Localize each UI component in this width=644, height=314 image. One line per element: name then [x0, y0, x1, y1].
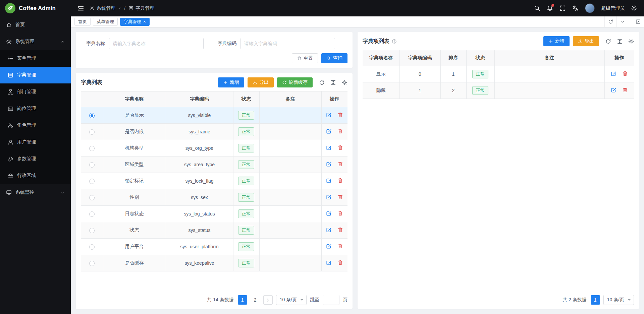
page-size-select[interactable]: 10 条/页 [276, 295, 307, 305]
fullscreen-icon[interactable] [559, 5, 566, 11]
search-icon[interactable] [534, 5, 540, 11]
reset-button[interactable]: 重置 [292, 53, 318, 63]
sidebar-item-region-mgmt[interactable]: 行政区域 [0, 167, 71, 184]
row-select-radio[interactable] [89, 146, 95, 151]
query-button[interactable]: 查询 [321, 53, 347, 63]
row-density-icon[interactable] [617, 39, 623, 44]
row-select-radio[interactable] [89, 129, 95, 135]
table-row[interactable]: 区域类型 sys_area_type 正常 [81, 156, 347, 173]
row-select-radio[interactable] [89, 113, 95, 118]
delete-icon[interactable] [337, 178, 343, 183]
sidebar-item-role-mgmt[interactable]: 角色管理 [0, 117, 71, 134]
table-row[interactable]: 是否内嵌 sys_frame 正常 [81, 124, 347, 140]
edit-icon[interactable] [326, 145, 332, 150]
table-row[interactable]: 日志状态 sys_log_status 正常 [81, 206, 347, 222]
column-settings-gear-icon[interactable] [628, 39, 634, 44]
delete-icon[interactable] [622, 87, 628, 93]
export-dict-button[interactable]: 导出 [248, 77, 274, 87]
sidebar-item-dict-mgmt[interactable]: 字典管理 [0, 67, 71, 83]
dict-code-cell: sys_sex [166, 189, 233, 206]
page-button-1[interactable]: 1 [591, 295, 600, 305]
sidebar-item-dept-mgmt[interactable]: 部门管理 [0, 83, 71, 100]
delete-icon[interactable] [337, 260, 343, 265]
column-settings-gear-icon[interactable] [342, 80, 347, 85]
row-select-radio[interactable] [89, 162, 95, 168]
edit-icon[interactable] [326, 260, 332, 265]
sidebar-item-monitor[interactable]: 系统监控 [0, 184, 71, 201]
row-select-radio[interactable] [89, 179, 95, 184]
table-row[interactable]: 是否显示 sys_visible 正常 [81, 107, 347, 124]
tab-options-chevron-icon[interactable] [616, 16, 629, 27]
export-dict-item-button[interactable]: 导出 [573, 36, 599, 46]
edit-icon[interactable] [326, 194, 332, 200]
dict-code-cell: sys_org_type [166, 140, 233, 156]
add-dict-item-button[interactable]: 新增 [543, 36, 570, 46]
sidebar-item-post-mgmt[interactable]: 岗位管理 [0, 100, 71, 117]
username[interactable]: 超级管理员 [601, 5, 625, 11]
page-button-2[interactable]: 2 [251, 295, 260, 305]
sidebar-item-param-mgmt[interactable]: 参数管理 [0, 150, 71, 167]
row-density-icon[interactable] [330, 80, 336, 85]
sidebar-item-system[interactable]: 系统管理 [0, 33, 71, 50]
delete-icon[interactable] [337, 128, 343, 134]
edit-icon[interactable] [326, 112, 332, 118]
dict-name-input[interactable] [109, 38, 204, 49]
tab-dict-mgmt[interactable]: 字典管理 × [120, 18, 150, 26]
user-avatar[interactable] [585, 3, 595, 13]
table-row[interactable]: 是否缓存 sys_keepalive 正常 [81, 255, 347, 271]
info-icon[interactable] [392, 39, 397, 44]
row-select-radio[interactable] [89, 195, 95, 200]
edit-icon[interactable] [611, 87, 616, 93]
row-select-radio[interactable] [89, 261, 95, 266]
delete-icon[interactable] [337, 243, 343, 249]
jump-page-input[interactable] [323, 295, 339, 305]
tab-home[interactable]: 首页 [74, 18, 91, 26]
table-row[interactable]: 锁定标记 sys_lock_flag 正常 [81, 173, 347, 189]
reload-table-icon[interactable] [605, 39, 611, 44]
refresh-cache-button[interactable]: 刷新缓存 [277, 77, 313, 87]
delete-icon[interactable] [337, 145, 343, 150]
edit-icon[interactable] [326, 178, 332, 183]
next-page-button[interactable] [263, 295, 273, 305]
refresh-tab-icon[interactable] [604, 16, 616, 27]
table-row[interactable]: 用户平台 sys_user_platform 正常 [81, 239, 347, 255]
table-row[interactable]: 显示 0 1 正常 [363, 66, 634, 82]
edit-icon[interactable] [326, 243, 332, 249]
sidebar-item-menu-mgmt[interactable]: 菜单管理 [0, 50, 71, 67]
delete-icon[interactable] [337, 227, 343, 233]
tab-menu-mgmt[interactable]: 菜单管理 [93, 18, 118, 26]
table-row[interactable]: 隐藏 1 2 正常 [363, 82, 634, 99]
table-row[interactable]: 状态 sys_status 正常 [81, 222, 347, 239]
breadcrumb-parent[interactable]: 系统管理 [90, 5, 121, 11]
col-item-code: 字典项编码 [399, 50, 440, 66]
edit-icon[interactable] [611, 71, 616, 76]
table-row[interactable]: 性别 sys_sex 正常 [81, 189, 347, 206]
notifications-bell-icon[interactable] [547, 5, 553, 11]
close-tab-icon[interactable]: × [143, 19, 146, 24]
row-select-radio[interactable] [89, 244, 95, 250]
page-button-1[interactable]: 1 [238, 295, 247, 305]
sidebar-item-user-mgmt[interactable]: 用户管理 [0, 134, 71, 150]
table-row[interactable]: 机构类型 sys_org_type 正常 [81, 140, 347, 156]
delete-icon[interactable] [337, 112, 343, 118]
edit-icon[interactable] [326, 161, 332, 167]
dict-code-input[interactable] [240, 38, 335, 49]
delete-icon[interactable] [622, 71, 628, 76]
translate-icon[interactable] [572, 5, 579, 11]
content-fullscreen-icon[interactable] [632, 16, 644, 27]
collapse-sidebar-icon[interactable] [77, 5, 84, 12]
edit-icon[interactable] [326, 227, 332, 233]
page-size-select[interactable]: 10 条/页 [603, 295, 634, 305]
sidebar-item-home[interactable]: 首页 [0, 16, 71, 33]
edit-icon[interactable] [326, 210, 332, 216]
delete-icon[interactable] [337, 161, 343, 167]
delete-icon[interactable] [337, 210, 343, 216]
delete-icon[interactable] [337, 194, 343, 200]
settings-gear-icon[interactable] [631, 5, 637, 11]
row-select-radio[interactable] [89, 211, 95, 217]
reload-table-icon[interactable] [319, 80, 325, 85]
row-select-radio[interactable] [89, 228, 95, 233]
edit-icon[interactable] [326, 128, 332, 134]
item-name-cell: 显示 [363, 66, 399, 82]
add-dict-button[interactable]: 新增 [218, 77, 244, 87]
